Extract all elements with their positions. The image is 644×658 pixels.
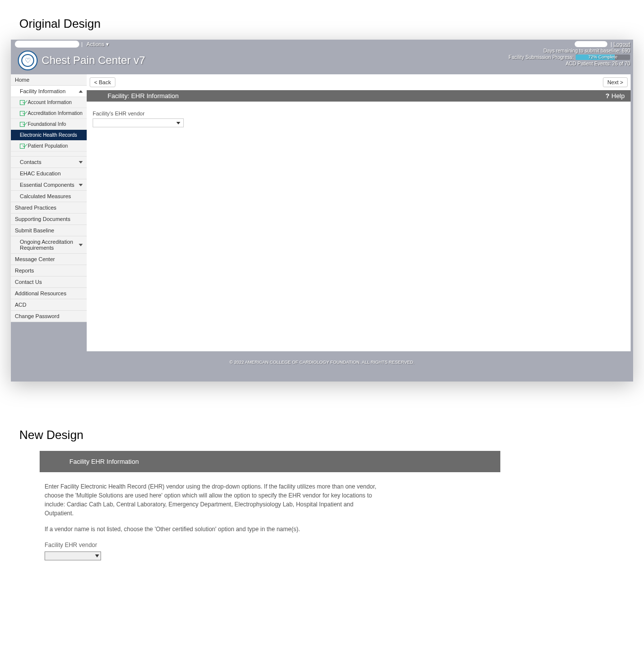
check-icon — [20, 122, 25, 127]
sidebar-item-contacts[interactable]: Contacts — [11, 157, 87, 168]
new-ehr-vendor-select[interactable] — [45, 551, 101, 560]
main-content: < Back Next > Facility: EHR Information … — [87, 74, 631, 351]
sidebar-item-change-password[interactable]: Change Password — [11, 311, 87, 322]
next-button[interactable]: Next > — [603, 77, 628, 87]
help-link[interactable]: ? Help — [605, 92, 625, 100]
sidebar-item-submit-baseline[interactable]: Submit Baseline — [11, 225, 87, 236]
sidebar-item-foundational-info[interactable]: Foundational Info — [11, 119, 87, 130]
sidebar-item-contact-us[interactable]: Contact Us — [11, 276, 87, 288]
sidebar-item-reports[interactable]: Reports — [11, 265, 87, 276]
sidebar-item-ongoing-accreditation[interactable]: Ongoing Accreditation Requirements — [11, 236, 87, 254]
sidebar-item-ehac-education[interactable]: EHAC Education — [11, 168, 87, 179]
chevron-down-icon — [79, 184, 83, 186]
page-header-bar: Facility: EHR Information ? Help — [87, 90, 631, 102]
sidebar-item-essential-components[interactable]: Essential Components — [11, 179, 87, 191]
help-icon: ? — [605, 92, 609, 100]
sidebar-item-supporting-documents[interactable]: Supporting Documents — [11, 214, 87, 225]
new-design-instructions-1: Enter Facility Electronic Health Record … — [45, 482, 381, 518]
sidebar-item-acd[interactable]: ACD — [11, 299, 87, 311]
logout-link[interactable]: Logout — [613, 41, 630, 47]
chevron-down-icon — [79, 244, 83, 246]
chevron-down-icon — [176, 122, 180, 124]
actions-dropdown[interactable]: Actions ▾ — [87, 41, 109, 48]
submission-progress-text: 72% Complete — [576, 55, 630, 60]
sidebar-item-electronic-health-records[interactable]: Electronic Health Records — [11, 130, 87, 141]
back-button[interactable]: < Back — [90, 77, 115, 87]
section-heading-original: Original Design — [19, 17, 644, 31]
new-vendor-field-label: Facility EHR vendor — [45, 541, 381, 549]
sidebar-item-additional-resources[interactable]: Additional Resources — [11, 288, 87, 299]
chevron-up-icon — [79, 90, 83, 93]
sidebar-item-patient-population[interactable]: Patient Population — [11, 141, 87, 152]
check-icon — [20, 111, 25, 116]
page-title: Facility: EHR Information — [107, 92, 179, 100]
footer-copyright: © 2022 AMERICAN COLLEGE OF CARDIOLOGY FO… — [11, 354, 633, 382]
app-title: Chest Pain Center v7 — [42, 54, 145, 67]
new-design-header: Facility EHR Information — [40, 451, 500, 472]
check-icon — [20, 144, 25, 149]
check-icon — [20, 100, 25, 105]
user-pill[interactable] — [575, 41, 607, 47]
sidebar-item-account-information[interactable]: Account Information — [11, 97, 87, 108]
chevron-down-icon — [95, 554, 99, 557]
submission-progress-label: Facility Submission Progress: — [509, 54, 574, 60]
ehr-vendor-select[interactable] — [93, 118, 184, 127]
logo-title: ♡ Chest Pain Center v7 — [18, 51, 145, 70]
app-container: | Actions ▾ | Logout Days remaining to s… — [11, 40, 633, 382]
facility-picker-pill[interactable] — [15, 41, 79, 48]
new-design-instructions-2: If a vendor name is not listed, choose t… — [45, 525, 381, 534]
sidebar-item-home[interactable]: Home — [11, 74, 87, 86]
submission-progress-bar: 72% Complete — [576, 55, 630, 60]
chevron-down-icon — [79, 161, 83, 164]
sidebar-item-calculated-measures[interactable]: Calculated Measures — [11, 191, 87, 202]
section-heading-new: New Design — [19, 428, 644, 442]
new-design-panel: Facility EHR Information Enter Facility … — [40, 451, 500, 570]
sidebar-item-facility-information[interactable]: Facility Information — [11, 86, 87, 97]
vendor-field-label: Facility's EHR vendor — [93, 110, 625, 116]
sidebar-item-message-center[interactable]: Message Center — [11, 254, 87, 265]
logo-icon: ♡ — [18, 51, 38, 70]
sidebar-item-shared-practices[interactable]: Shared Practices — [11, 202, 87, 214]
sidebar: Home Facility Information Account Inform… — [11, 74, 87, 354]
sidebar-item-accreditation-information[interactable]: Accreditation Information — [11, 108, 87, 119]
